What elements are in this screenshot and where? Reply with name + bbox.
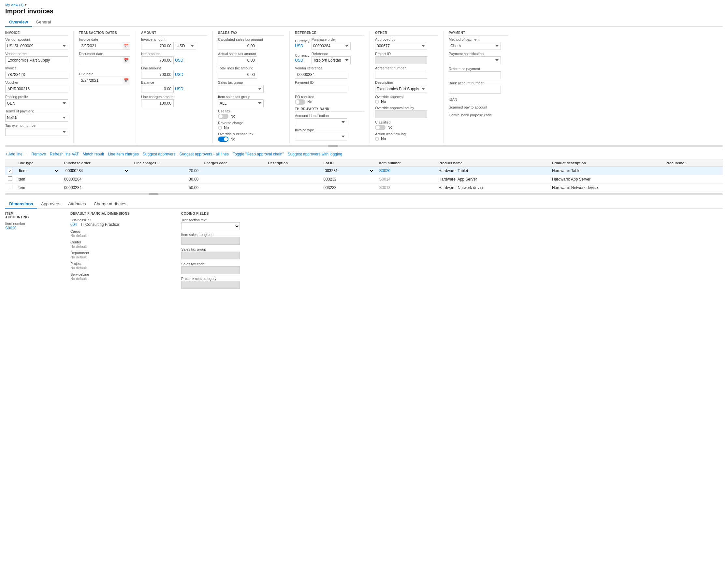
payment-specification-label: Payment specification bbox=[449, 52, 509, 56]
vendor-name-input[interactable] bbox=[5, 56, 68, 64]
voucher-input[interactable] bbox=[5, 85, 68, 93]
table-row[interactable]: Item0000028420.00003231S0020Hardware: Ta… bbox=[5, 167, 723, 175]
po-required-toggle[interactable] bbox=[295, 99, 305, 105]
actual-sales-tax-input[interactable] bbox=[218, 56, 257, 64]
product-name-cell: Hardware: Tablet bbox=[436, 167, 549, 175]
payment-id-input[interactable] bbox=[295, 85, 347, 93]
reverse-charge-radio[interactable] bbox=[218, 126, 222, 130]
suggest-logging-button[interactable]: Suggest approvers with logging bbox=[288, 152, 342, 156]
lot-id-cell: 003233 bbox=[321, 183, 376, 192]
item-sales-tax-group-select[interactable]: ALL bbox=[218, 99, 264, 107]
toggle-approval-chain-button[interactable]: Toggle "Keep approval chain" bbox=[233, 152, 284, 156]
tab-general[interactable]: General bbox=[32, 18, 55, 27]
override-approval-set-by-input[interactable] bbox=[375, 110, 427, 118]
sales-tax-group-select[interactable] bbox=[218, 85, 264, 93]
reference-payment-input[interactable] bbox=[449, 71, 501, 79]
classified-toggle[interactable] bbox=[375, 125, 386, 130]
reverse-charge-value: No bbox=[224, 125, 229, 130]
item-sales-tax-group-dim-input[interactable] bbox=[181, 237, 240, 245]
remove-button[interactable]: Remove bbox=[31, 152, 46, 156]
tab-overview[interactable]: Overview bbox=[5, 18, 32, 27]
coding-fields-header: CODING FIELDS bbox=[181, 212, 263, 215]
document-date-calendar-icon[interactable]: 📅 bbox=[123, 56, 130, 64]
method-of-payment-select[interactable]: Check bbox=[449, 42, 501, 50]
lines-table-container: Line type Purchase order Line charges ..… bbox=[5, 159, 723, 192]
dates-section-header: TRANSACTION DATES bbox=[79, 31, 130, 36]
action-workflow-radio[interactable] bbox=[375, 137, 379, 141]
invoice-date-calendar-icon[interactable]: 📅 bbox=[123, 42, 130, 50]
line-type-select[interactable]: Item bbox=[18, 168, 59, 173]
table-row[interactable]: Item0000028450.00003233S0018Hardware: Ne… bbox=[5, 183, 723, 192]
override-approval-value: No bbox=[381, 99, 386, 104]
charges-code-cell bbox=[201, 183, 265, 192]
total-lines-tax-input[interactable] bbox=[218, 71, 257, 79]
agreement-number-input[interactable] bbox=[375, 71, 427, 79]
match-result-button[interactable]: Match result bbox=[83, 152, 104, 156]
procurement-category-input[interactable] bbox=[181, 281, 240, 289]
line-item-charges-button[interactable]: Line item charges bbox=[108, 152, 139, 156]
reference-select[interactable]: Torbjörn Löfstad bbox=[312, 56, 351, 64]
terms-payment-select[interactable]: Net15 bbox=[5, 114, 68, 122]
cargo-label: Cargo bbox=[70, 229, 168, 233]
business-unit-value[interactable]: 004 bbox=[70, 222, 77, 227]
row-checkbox[interactable] bbox=[8, 169, 12, 173]
col-purchase-order: Purchase order bbox=[62, 159, 132, 167]
project-id-input[interactable] bbox=[375, 56, 427, 64]
posting-profile-select[interactable]: GEN bbox=[5, 99, 68, 107]
calc-sales-tax-input[interactable] bbox=[218, 42, 257, 50]
sales-tax-code-input[interactable] bbox=[181, 266, 240, 274]
tab-attributes[interactable]: Attributes bbox=[64, 200, 90, 209]
balance-input[interactable] bbox=[141, 85, 174, 93]
add-line-button[interactable]: + Add line bbox=[5, 152, 22, 156]
breadcrumb-text[interactable]: My view (1) bbox=[5, 3, 23, 7]
reverse-charge-toggle-row: No bbox=[218, 125, 284, 130]
lot-id-cell-select[interactable]: 003231 bbox=[323, 168, 374, 173]
invoice-input[interactable] bbox=[5, 71, 68, 79]
tab-charge-attributes[interactable]: Charge attributes bbox=[90, 200, 130, 209]
description-other-select[interactable]: Exconomics Part Supply bbox=[375, 85, 427, 93]
vendor-reference-input[interactable] bbox=[295, 71, 347, 79]
net-amount-input[interactable] bbox=[141, 56, 174, 64]
bottom-tabs: Dimensions Approvers Attributes Charge a… bbox=[5, 200, 723, 209]
line-charges-amount-input[interactable] bbox=[141, 99, 174, 107]
sales-tax-group-dim-input[interactable] bbox=[181, 252, 240, 259]
center-default: No default bbox=[70, 244, 168, 248]
cargo-default: No default bbox=[70, 234, 168, 238]
approved-by-select[interactable]: 000677 bbox=[375, 42, 427, 50]
account-identification-select[interactable] bbox=[295, 118, 347, 126]
table-scrollbar[interactable] bbox=[5, 193, 723, 196]
row-checkbox[interactable] bbox=[8, 185, 12, 189]
item-number-dim-value[interactable]: S0020 bbox=[5, 226, 57, 230]
page-container: My view (1) ▾ Import invoices Overview G… bbox=[0, 0, 728, 291]
line-amount-input[interactable] bbox=[141, 71, 174, 79]
invoice-type-select[interactable] bbox=[295, 133, 347, 140]
invoice-label: Invoice bbox=[5, 66, 68, 70]
procurement-cell bbox=[663, 183, 723, 192]
invoice-amount-input[interactable] bbox=[141, 42, 174, 50]
override-approval-radio[interactable] bbox=[375, 100, 379, 104]
suggest-approvers-all-button[interactable]: Suggest approvers - all lines bbox=[180, 152, 229, 156]
refresh-line-vat-button[interactable]: Refresh line VAT bbox=[50, 152, 79, 156]
header-scrollbar[interactable] bbox=[5, 145, 723, 148]
invoice-amount-currency[interactable]: USD bbox=[175, 42, 196, 50]
transaction-text-select[interactable] bbox=[181, 222, 240, 230]
table-row[interactable]: Item0000028430.00003232S0014Hardware: Ap… bbox=[5, 175, 723, 183]
purchase-order-select[interactable]: 00000284 bbox=[312, 42, 351, 50]
tab-dimensions[interactable]: Dimensions bbox=[5, 200, 37, 209]
purchase-order-cell-select[interactable]: 00000284 bbox=[64, 168, 129, 173]
due-date-input[interactable] bbox=[79, 77, 123, 84]
due-date-calendar-icon[interactable]: 📅 bbox=[123, 77, 130, 84]
vendor-account-select[interactable]: US_SI_000009 bbox=[5, 42, 68, 50]
document-date-input[interactable] bbox=[79, 56, 123, 64]
tax-exempt-select[interactable] bbox=[5, 128, 68, 136]
invoice-date-input[interactable] bbox=[79, 42, 123, 50]
bank-account-number-input[interactable] bbox=[449, 86, 501, 94]
override-purchase-tax-toggle[interactable] bbox=[218, 137, 228, 142]
suggest-approvers-button[interactable]: Suggest approvers bbox=[143, 152, 176, 156]
reverse-charge-label: Reverse charge bbox=[218, 121, 284, 125]
top-tabs: Overview General bbox=[5, 18, 723, 27]
use-tax-toggle[interactable] bbox=[218, 114, 228, 119]
tab-approvers[interactable]: Approvers bbox=[37, 200, 64, 209]
row-checkbox[interactable] bbox=[8, 176, 12, 181]
payment-specification-select[interactable] bbox=[449, 56, 501, 64]
